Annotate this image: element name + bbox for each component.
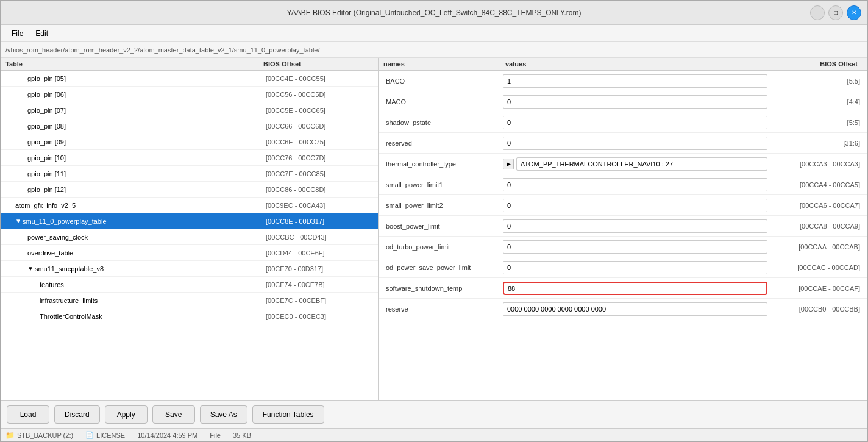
header-values: values [505, 60, 765, 68]
field-offset: [00CCB0 - 00CCBB] [767, 305, 865, 313]
expand-button[interactable]: ▶ [503, 159, 514, 169]
apply-button[interactable]: Apply [105, 405, 148, 424]
table-row[interactable]: gpio_pin [10] [00CC76 - 00CC7D] [1, 150, 378, 166]
header-bios-offset-left: BIOS Offset [263, 60, 373, 68]
right-scroll-area[interactable]: BACO [5:5] MACO [4:4] shadow_pstate [379, 71, 867, 400]
field-name: MACO [381, 98, 503, 105]
value-input[interactable] [503, 240, 767, 254]
left-panel: Table BIOS Offset gpio_pin [05] [00CC4E … [1, 58, 379, 400]
field-name: boost_power_limit [381, 223, 503, 230]
value-input[interactable] [503, 261, 767, 274]
row-offset: [00CC8E - 00D317] [266, 218, 375, 225]
table-row[interactable]: gpio_pin [07] [00CC5E - 00CC65] [1, 102, 378, 118]
value-input[interactable] [503, 199, 767, 212]
field-name: thermal_controller_type [381, 160, 503, 168]
row-name: atom_gfx_info_v2_5 [15, 202, 76, 209]
data-row: MACO [4:4] [379, 91, 867, 112]
value-input[interactable] [503, 302, 767, 316]
table-row[interactable]: atom_gfx_info_v2_5 [00C9EC - 00CA43] [1, 198, 378, 213]
field-value-container [503, 74, 767, 88]
table-row-selected[interactable]: ▼ smu_11_0_powerplay_table [00CC8E - 00D… [1, 213, 378, 229]
table-row[interactable]: power_saving_clock [00CCBC - 00CD43] [1, 229, 378, 245]
row-name: gpio_pin [07] [27, 107, 66, 114]
statusbar-size-text: 35 KB [233, 432, 251, 439]
table-row[interactable]: overdrive_table [00CD44 - 00CE6F] [1, 245, 378, 261]
row-name: gpio_pin [05] [27, 75, 66, 82]
main-content: Table BIOS Offset gpio_pin [05] [00CC4E … [1, 58, 867, 400]
field-name: shadow_pstate [381, 119, 503, 126]
discard-button[interactable]: Discard [54, 405, 100, 424]
data-row: shadow_pstate [5:5] [379, 112, 867, 133]
minimize-button[interactable]: — [810, 5, 825, 20]
table-row[interactable]: ▼ smu11_smcpptable_v8 [00CE70 - 00D317] [1, 261, 378, 277]
tree-container[interactable]: gpio_pin [05] [00CC4E - 00CC55] gpio_pin… [1, 71, 378, 400]
table-row[interactable]: gpio_pin [09] [00CC6E - 00CC75] [1, 134, 378, 150]
main-window: YAABE BIOS Editor (Original_Untouched_OC… [0, 0, 868, 442]
value-input[interactable] [516, 157, 767, 171]
field-value-container [503, 95, 767, 109]
menu-file[interactable]: File [5, 27, 29, 40]
data-row: boost_power_limit [00CCA8 - 00CCA9] [379, 216, 867, 237]
field-offset: [00CCA4 - 00CCA5] [767, 181, 865, 188]
table-row[interactable]: infrastructure_limits [00CE7C - 00CEBF] [1, 293, 378, 308]
field-offset: [00CCAC - 00CCAD] [767, 264, 865, 271]
header-table: Table [5, 60, 263, 68]
field-value-container [503, 261, 767, 274]
table-row[interactable]: features [00CE74 - 00CE7B] [1, 277, 378, 293]
statusbar-backup-text: STB_BACKUP (2:) [17, 432, 73, 439]
value-input[interactable] [503, 137, 767, 150]
expand-arrow-icon: ▼ [27, 265, 34, 272]
save-button[interactable]: Save [152, 405, 195, 424]
header-names: names [383, 60, 505, 68]
window-title: YAABE BIOS Editor (Original_Untouched_OC… [287, 9, 582, 17]
data-row: od_turbo_power_limit [00CCAA - 00CCAB] [379, 237, 867, 257]
row-name: gpio_pin [08] [27, 123, 66, 130]
row-name: gpio_pin [06] [27, 91, 66, 98]
field-offset: [00CCAE - 00CCAF] [767, 285, 865, 292]
header-bios-offset-right: BIOS Offset [765, 60, 863, 68]
data-row: reserved [31:6] [379, 133, 867, 154]
data-row: small_power_limit2 [00CCA6 - 00CCA7] [379, 195, 867, 216]
row-offset: [00CC66 - 00CC6D] [266, 123, 375, 130]
value-input-highlighted[interactable] [503, 282, 767, 295]
function-tables-button[interactable]: Function Tables [252, 405, 324, 424]
table-row[interactable]: gpio_pin [11] [00CC7E - 00CC85] [1, 166, 378, 182]
value-input[interactable] [503, 74, 767, 88]
value-input[interactable] [503, 178, 767, 191]
titlebar: YAABE BIOS Editor (Original_Untouched_OC… [1, 1, 867, 25]
value-input[interactable] [503, 219, 767, 233]
value-input[interactable] [503, 116, 767, 129]
data-row-highlighted: software_shutdown_temp [00CCAE - 00CCAF] [379, 278, 867, 299]
table-row[interactable]: ThrottlerControlMask [00CEC0 - 00CEC3] [1, 308, 378, 324]
right-panel-header: names values BIOS Offset [379, 58, 867, 71]
close-button[interactable]: ✕ [847, 5, 861, 20]
value-input[interactable] [503, 95, 767, 109]
row-name: gpio_pin [10] [27, 154, 66, 162]
left-panel-header: Table BIOS Offset [1, 58, 378, 71]
table-row[interactable]: gpio_pin [08] [00CC66 - 00CC6D] [1, 118, 378, 134]
row-offset: [00CC6E - 00CC75] [266, 138, 375, 146]
load-button[interactable]: Load [7, 405, 49, 424]
field-name: small_power_limit2 [381, 202, 503, 209]
menu-edit[interactable]: Edit [29, 27, 54, 40]
field-offset: [00CCAA - 00CCAB] [767, 243, 865, 251]
statusbar-date-text: 10/14/2024 4:59 PM [137, 432, 197, 439]
statusbar-license: LICENSE [85, 431, 125, 439]
table-row[interactable]: gpio_pin [05] [00CC4E - 00CC55] [1, 71, 378, 87]
field-name: software_shutdown_temp [381, 285, 503, 292]
save-as-button[interactable]: Save As [200, 405, 247, 424]
statusbar-backup: STB_BACKUP (2:) [5, 431, 73, 440]
maximize-button[interactable]: □ [828, 5, 843, 20]
row-name: smu_11_0_powerplay_table [23, 218, 107, 225]
expand-arrow-icon: ▼ [15, 218, 21, 224]
table-row[interactable]: gpio_pin [12] [00CC86 - 00CC8D] [1, 182, 378, 198]
field-offset: [5:5] [767, 77, 865, 85]
row-name: ThrottlerControlMask [40, 313, 102, 320]
data-row: thermal_controller_type ▶ [00CCA3 - 00CC… [379, 154, 867, 174]
row-offset: [00CD44 - 00CE6F] [266, 249, 375, 257]
statusbar: STB_BACKUP (2:) LICENSE 10/14/2024 4:59 … [1, 428, 867, 441]
row-offset: [00CE7C - 00CEBF] [266, 297, 375, 304]
row-name: infrastructure_limits [40, 297, 98, 304]
table-row[interactable]: gpio_pin [06] [00CC56 - 00CC5D] [1, 87, 378, 102]
field-name: small_power_limit1 [381, 181, 503, 188]
